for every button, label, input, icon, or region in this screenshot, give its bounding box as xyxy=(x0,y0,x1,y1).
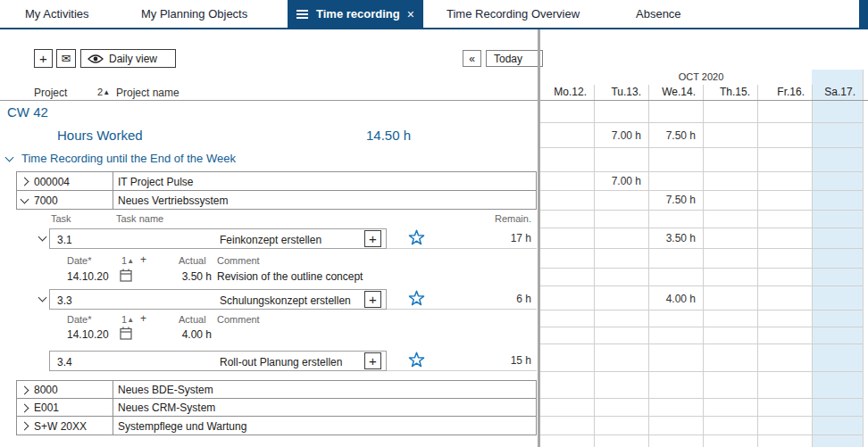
collapse-icon[interactable] xyxy=(5,153,14,162)
project-name: Neues CRM-System xyxy=(118,401,215,414)
grid-line xyxy=(539,398,863,399)
day-header-fr: Fr.16. xyxy=(757,86,805,98)
tab-absence[interactable]: Absence xyxy=(636,0,681,28)
add-button[interactable]: + xyxy=(34,49,53,68)
favorite-star-icon[interactable] xyxy=(408,352,425,371)
plus-icon: + xyxy=(369,353,377,368)
tab-time-recording-label: Time recording xyxy=(316,7,400,21)
task-day-cell: 4.00 h xyxy=(648,293,696,305)
weekend-column-highlight xyxy=(812,70,863,447)
view-select[interactable]: Daily view xyxy=(80,49,176,68)
sort-indicator[interactable]: 2▲ xyxy=(97,87,110,97)
prev-week-button[interactable]: « xyxy=(463,50,481,67)
project-row[interactable]: 7000 Neues Vertriebssystem xyxy=(16,190,537,210)
row-divider xyxy=(387,370,537,371)
sort-asc-icon: ▲ xyxy=(127,316,134,324)
today-button-label: Today xyxy=(494,53,522,65)
add-entry-icon[interactable]: + xyxy=(140,312,146,325)
tab-time-recording-overview[interactable]: Time Recording Overview xyxy=(447,0,580,28)
add-entry-icon[interactable]: + xyxy=(140,253,146,266)
entry-comment: Revision of the outline concept xyxy=(217,270,363,283)
project-code: S+W 20XX xyxy=(34,420,87,433)
remaining-value: 6 h xyxy=(447,293,531,305)
column-header-project-name[interactable]: Project name xyxy=(116,87,179,99)
entry-actual-hours: 3.50 h xyxy=(147,270,212,283)
month-header: OCT 2020 xyxy=(539,71,863,82)
task-row[interactable]: 3.3 Schulungskonzept erstellen xyxy=(49,289,387,310)
task-id: 3.4 xyxy=(57,356,72,368)
sort-asc-icon: ▲ xyxy=(127,257,134,265)
plus-icon: + xyxy=(369,231,377,246)
grid-line xyxy=(863,70,864,447)
remaining-value: 17 h xyxy=(447,232,531,244)
grid-line xyxy=(539,210,863,211)
entry-sort-indicator[interactable]: 1▲ xyxy=(121,255,134,266)
grid-line xyxy=(539,310,863,310)
cell-divider xyxy=(113,191,113,209)
task-id: 3.3 xyxy=(57,294,72,307)
add-booking-button[interactable]: + xyxy=(364,352,381,369)
cell-divider xyxy=(113,399,113,416)
plus-icon: + xyxy=(369,292,377,307)
entry-actual-hours: 4.00 h xyxy=(147,328,212,341)
tab-time-recording[interactable]: Time recording × xyxy=(288,0,423,28)
project-code: E001 xyxy=(34,401,59,414)
grid-line xyxy=(539,248,863,249)
date-column-header: Date* xyxy=(67,255,92,266)
cell-divider xyxy=(113,417,113,435)
chevron-left-icon: « xyxy=(469,53,475,65)
entry-date[interactable]: 14.10.20 xyxy=(67,270,109,283)
tab-my-activities[interactable]: My Activities xyxy=(25,0,89,28)
add-booking-button[interactable]: + xyxy=(364,230,381,247)
task-row[interactable]: 3.4 Roll-out Planung erstellen xyxy=(49,351,387,371)
close-icon[interactable]: × xyxy=(407,7,423,21)
entry-date[interactable]: 14.10.20 xyxy=(67,328,109,341)
day-header-mo: Mo.12. xyxy=(539,86,587,98)
hours-worked-day-cell: 7.50 h xyxy=(648,129,696,142)
favorite-star-icon[interactable] xyxy=(408,290,425,310)
task-name: Feinkonzept erstellen xyxy=(220,234,321,246)
section-label: Time Recording until the End of the Week xyxy=(21,152,236,165)
project-row[interactable]: 000004 IT Project Pulse xyxy=(16,171,537,191)
grid-line xyxy=(539,122,863,123)
task-name-column-header: Task name xyxy=(116,213,163,224)
hours-worked-total: 14.50 h xyxy=(366,128,411,143)
calendar-week-title: CW 42 xyxy=(7,104,48,120)
expand-icon[interactable] xyxy=(21,404,29,413)
project-row[interactable]: E001 Neues CRM-System xyxy=(16,398,537,417)
remaining-column-header: Remain. xyxy=(447,213,531,224)
actual-column-header: Actual xyxy=(179,314,206,325)
add-booking-button[interactable]: + xyxy=(364,291,381,308)
day-header-tu: Tu.13. xyxy=(594,86,641,98)
project-day-cell: 7.00 h xyxy=(594,175,641,187)
project-code: 000004 xyxy=(34,176,70,188)
collapse-icon[interactable] xyxy=(38,233,47,242)
grid-line xyxy=(539,228,863,228)
project-code: 8000 xyxy=(34,384,58,396)
tab-my-planning-objects[interactable]: My Planning Objects xyxy=(141,0,247,28)
collapse-icon[interactable] xyxy=(38,294,47,302)
calendar-icon[interactable] xyxy=(120,327,132,343)
project-row[interactable]: 8000 Neues BDE-System xyxy=(16,380,537,399)
eye-icon xyxy=(88,54,104,64)
column-header-project[interactable]: Project xyxy=(34,87,67,99)
expand-icon[interactable] xyxy=(21,386,29,395)
grid-line xyxy=(539,416,863,417)
pane-splitter[interactable] xyxy=(538,29,540,447)
task-row[interactable]: 3.1 Feinkonzept erstellen xyxy=(49,228,387,249)
calendar-icon[interactable] xyxy=(120,269,132,285)
entry-sort-indicator[interactable]: 1▲ xyxy=(121,314,134,325)
project-row[interactable]: S+W 20XX Systempflege und Wartung xyxy=(16,416,537,435)
favorite-star-icon[interactable] xyxy=(408,229,425,249)
mail-button[interactable]: ✉ xyxy=(56,49,76,68)
app-window: My Activities My Planning Objects Time r… xyxy=(0,0,868,447)
menu-icon[interactable] xyxy=(296,10,308,19)
task-day-cell: 3.50 h xyxy=(648,232,696,244)
expand-icon[interactable] xyxy=(21,422,29,431)
today-button[interactable]: Today xyxy=(486,50,543,67)
collapse-icon[interactable] xyxy=(21,195,29,204)
task-name: Schulungskonzept erstellen xyxy=(220,294,351,307)
expand-icon[interactable] xyxy=(21,178,29,186)
day-header-th: Th.15. xyxy=(703,86,750,98)
tab-fragment xyxy=(859,0,868,28)
